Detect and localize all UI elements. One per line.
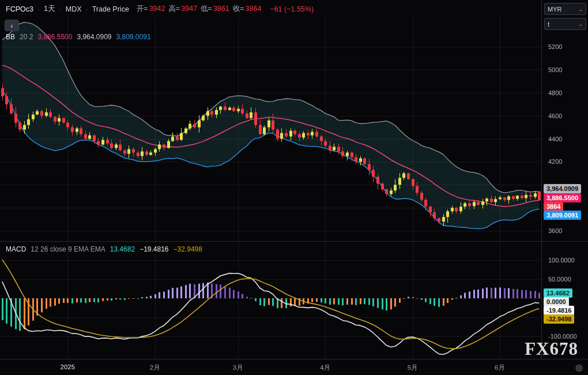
bb-title: BB: [6, 33, 15, 41]
macd-axis-badge: -19.4816: [544, 306, 574, 315]
price-axis-badge: 3,886.5500: [544, 193, 581, 202]
price-axis-badge: 3,964.0909: [544, 184, 581, 193]
price-axis-badge: 3864: [544, 202, 563, 211]
unit-label: t: [548, 21, 549, 28]
separator-dot: ·: [86, 5, 88, 13]
price-tick-label: 5000: [548, 66, 562, 73]
bb-basis-value: 3,886.5500: [37, 33, 72, 41]
price-tick-label: 4600: [548, 112, 562, 119]
bb-upper-value: 3,964.0909: [77, 33, 111, 41]
ohlc-value: 3947: [181, 5, 197, 13]
chevron-down-icon: ⌄: [578, 21, 583, 27]
ohlc-label: 收=: [233, 5, 244, 13]
ohlc-pair: 高=3947: [168, 5, 197, 13]
time-tick-label: 4月: [320, 363, 330, 372]
currency-dropdown[interactable]: MYR ⌄: [544, 3, 586, 15]
macd-indicator-legend[interactable]: MACD 12 26 close 9 EMA EMA 13.4682 −19.4…: [6, 245, 202, 253]
price-tick-label: 5200: [548, 43, 562, 50]
scale-settings-icon[interactable]: ◎: [575, 362, 583, 373]
macd-signal-value: −32.9498: [174, 245, 202, 253]
series-type-label: Trade Price: [92, 5, 129, 13]
ohlc-value: 3861: [213, 5, 229, 13]
separator-dot: ·: [37, 5, 40, 13]
macd-title: MACD: [6, 245, 26, 253]
macd-axis-badge: 0.0000: [544, 297, 569, 306]
time-tick-label: 3月: [233, 363, 243, 372]
bb-params: 20 2: [20, 33, 33, 41]
scroll-back-button[interactable]: ‹: [5, 20, 19, 31]
ohlc-pair: 低=3861: [201, 5, 229, 13]
macd-line-value: −19.4816: [140, 245, 168, 253]
bb-indicator-legend[interactable]: BB 20 2 3,886.5500 3,964.0909 3,809.0091: [6, 33, 151, 41]
ohlc-values: 开=3942高=3947低=3861收=3864: [133, 4, 262, 14]
change-value: −61 (−1.55%): [270, 5, 314, 13]
price-tick-label: 4800: [548, 89, 562, 96]
exchange-label: MDX: [66, 5, 82, 13]
ohlc-value: 3942: [149, 5, 165, 13]
ohlc-value: 3864: [246, 5, 262, 13]
price-tick-label: 4400: [548, 136, 562, 142]
chevron-down-icon: ⌄: [578, 6, 583, 12]
ohlc-pair: 收=3864: [233, 5, 262, 13]
price-axis-badge: 3,809.0091: [544, 211, 581, 220]
chevron-left-icon: ‹: [10, 21, 13, 30]
time-scale[interactable]: ◎ 20252月3月4月5月6月: [0, 359, 588, 375]
bb-lower-value: 3,809.0091: [116, 33, 151, 41]
ohlc-pair: 开=3942: [137, 5, 165, 13]
price-tick-label: 3600: [548, 227, 562, 234]
macd-hist-value: 13.4682: [110, 245, 135, 253]
ohlc-label: 低=: [201, 5, 212, 13]
watermark-fx678: FX678: [525, 339, 578, 359]
price-scale[interactable]: MYR ⌄ t ⌄ 520050004800460044004200360010…: [541, 0, 588, 359]
unit-dropdown[interactable]: t ⌄: [544, 18, 586, 30]
macd-tick-label: 50.0000: [548, 276, 571, 283]
interval-label[interactable]: 1天: [44, 4, 55, 14]
ohlc-label: 开=: [137, 5, 148, 13]
separator-dot: ·: [59, 5, 62, 13]
price-tick-label: 4200: [548, 158, 562, 165]
macd-axis-badge: 13.4682: [544, 288, 572, 298]
currency-label: MYR: [548, 6, 561, 13]
trading-chart-app: FCPOc3 · 1天 · MDX · Trade Price 开=3942高=…: [0, 0, 588, 375]
time-tick-label: 2025: [61, 363, 76, 370]
macd-axis-badge: -32.9498: [544, 314, 574, 324]
pane-separator[interactable]: [0, 241, 588, 242]
time-tick-label: 5月: [408, 363, 418, 372]
symbol-info-bar[interactable]: FCPOc3 · 1天 · MDX · Trade Price 开=3942高=…: [6, 4, 314, 14]
time-tick-label: 6月: [495, 363, 505, 372]
macd-tick-label: 100.0000: [548, 257, 575, 264]
symbol-name[interactable]: FCPOc3: [6, 5, 33, 13]
ohlc-label: 高=: [168, 5, 180, 13]
time-tick-label: 2月: [150, 363, 160, 372]
macd-params: 12 26 close 9 EMA EMA: [31, 245, 105, 253]
chart-canvas[interactable]: [0, 0, 588, 375]
